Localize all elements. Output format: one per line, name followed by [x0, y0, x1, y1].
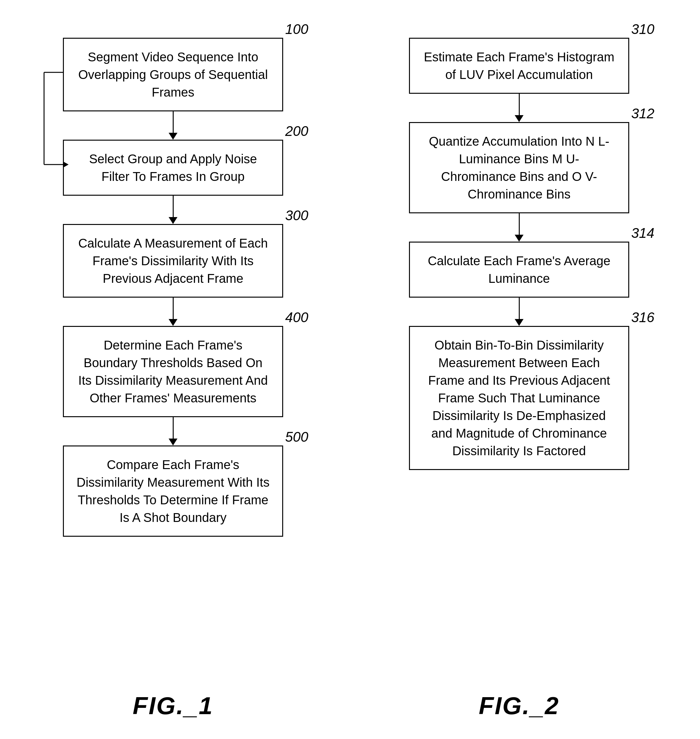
box-316: Obtain Bin-To-Bin Dissimilarity Measurem…	[409, 326, 629, 470]
node-100-wrapper: 100 Segment Video Sequence Into Overlapp…	[63, 38, 283, 112]
fig-1-label: FIG._1	[133, 666, 213, 720]
tag-312: 312	[631, 106, 654, 122]
tag-400: 400	[285, 310, 308, 325]
node-300-wrapper: 300 Calculate A Measurement of Each Fram…	[63, 224, 283, 298]
box-312: Quantize Accumulation Into N L-Luminance…	[409, 122, 629, 213]
node-314-wrapper: 314 Calculate Each Frame's Average Lumin…	[409, 242, 629, 298]
tag-310: 310	[631, 21, 654, 37]
box-310: Estimate Each Frame's Histogram of LUV P…	[409, 38, 629, 94]
node-200-wrapper: 200 Select Group and Apply Noise Filter …	[63, 140, 283, 196]
tag-200: 200	[285, 123, 308, 139]
tag-500: 500	[285, 429, 308, 445]
fig-2-label: FIG._2	[479, 666, 559, 720]
box-300: Calculate A Measurement of Each Frame's …	[63, 224, 283, 298]
node-400-wrapper: 400 Determine Each Frame's Boundary Thre…	[63, 326, 283, 417]
node-312-wrapper: 312 Quantize Accumulation Into N L-Lumin…	[409, 122, 629, 213]
tag-100: 100	[285, 21, 308, 37]
tag-314: 314	[631, 225, 654, 241]
tag-316: 316	[631, 310, 654, 325]
box-314: Calculate Each Frame's Average Luminance	[409, 242, 629, 298]
box-500: Compare Each Frame's Dissimilarity Measu…	[63, 445, 283, 537]
node-500-wrapper: 500 Compare Each Frame's Dissimilarity M…	[63, 445, 283, 537]
tag-300: 300	[285, 208, 308, 223]
box-400: Determine Each Frame's Boundary Threshol…	[63, 326, 283, 417]
node-310-wrapper: 310 Estimate Each Frame's Histogram of L…	[409, 38, 629, 94]
box-100: Segment Video Sequence Into Overlapping …	[63, 38, 283, 112]
node-316-wrapper: 316 Obtain Bin-To-Bin Dissimilarity Meas…	[409, 326, 629, 470]
box-200: Select Group and Apply Noise Filter To F…	[63, 140, 283, 196]
